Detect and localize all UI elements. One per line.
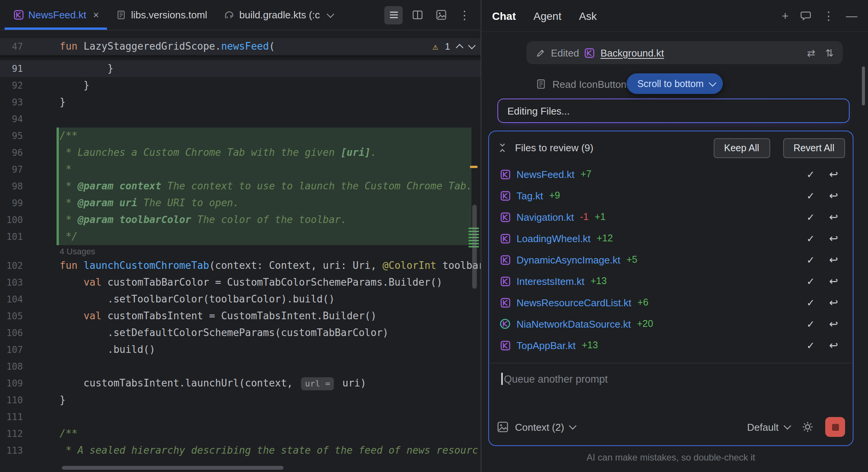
- diff-icon[interactable]: ⇄: [807, 47, 815, 58]
- file-review-row[interactable]: LoadingWheel.kt+12✓↩: [497, 228, 845, 249]
- code-line[interactable]: 113 * A sealed hierarchy describing the …: [0, 442, 481, 459]
- file-review-row[interactable]: NewsResourceCardList.kt+6✓↩: [497, 292, 845, 313]
- accept-file-icon[interactable]: ✓: [802, 211, 819, 223]
- file-review-row[interactable]: DynamicAsyncImage.kt+5✓↩: [497, 249, 845, 270]
- revert-file-icon[interactable]: ↩: [825, 211, 842, 223]
- chevron-down-icon[interactable]: [326, 10, 334, 18]
- editor-tab-build-gradle[interactable]: build.gradle.kts (:c: [215, 0, 341, 30]
- revert-file-icon[interactable]: ↩: [825, 339, 842, 351]
- attach-image-icon[interactable]: [497, 421, 509, 433]
- tab-chat[interactable]: Chat: [492, 10, 516, 22]
- code-line[interactable]: 97 *: [0, 161, 481, 178]
- code-line[interactable]: 102fun launchCustomChromeTab(context: Co…: [0, 257, 481, 274]
- revert-file-icon[interactable]: ↩: [825, 254, 842, 266]
- code-line[interactable]: 96 * Launches a Custom Chrome Tab with t…: [0, 144, 481, 161]
- warning-icon[interactable]: ⚠: [432, 38, 438, 55]
- vertical-scrollbar[interactable]: [472, 205, 477, 289]
- new-chat-icon[interactable]: +: [782, 10, 789, 21]
- revert-all-button[interactable]: Revert All: [783, 138, 845, 158]
- collapse-icon[interactable]: [497, 142, 508, 154]
- edited-file-link[interactable]: Background.kt: [601, 47, 664, 58]
- code-line[interactable]: 112/**: [0, 425, 481, 442]
- code-line[interactable]: 99 * @param uri The URI to open.: [0, 195, 481, 212]
- code-line[interactable]: 93}: [0, 94, 481, 111]
- revert-file-icon[interactable]: ↩: [825, 296, 842, 309]
- file-review-row[interactable]: Tag.kt+9✓↩: [497, 185, 845, 206]
- accept-file-icon[interactable]: ✓: [802, 275, 819, 287]
- code-line[interactable]: 110}: [0, 392, 481, 409]
- code-line[interactable]: 108: [0, 358, 481, 375]
- accept-file-icon[interactable]: ✓: [802, 339, 819, 351]
- context-button[interactable]: Context (2): [515, 421, 564, 433]
- preview-image-icon[interactable]: [432, 6, 450, 24]
- panel-options-icon[interactable]: ⋮: [823, 10, 834, 21]
- file-review-row[interactable]: Navigation.kt-1+1✓↩: [497, 206, 845, 228]
- split-editor-icon[interactable]: [408, 6, 426, 24]
- chat-scrollbar[interactable]: [862, 66, 865, 105]
- revert-file-icon[interactable]: ↩: [825, 189, 842, 202]
- file-name-link[interactable]: NiaNetworkDataSource.kt: [517, 318, 631, 330]
- code-line[interactable]: 104 .setToolbarColor(toolbarColor).build…: [0, 291, 481, 308]
- file-name-link[interactable]: InterestsItem.kt: [517, 275, 585, 287]
- accept-file-icon[interactable]: ✓: [802, 233, 819, 244]
- code-line[interactable]: 107 .build(): [0, 341, 481, 358]
- more-options-icon[interactable]: ⋮: [455, 6, 474, 24]
- chat-history-icon[interactable]: [800, 10, 811, 21]
- file-review-row[interactable]: InterestsItem.kt+13✓↩: [497, 270, 845, 292]
- stop-generation-button[interactable]: [825, 417, 845, 437]
- code-line[interactable]: 100 * @param toolbarColor The color of t…: [0, 212, 481, 228]
- editor-tab-newsfeed[interactable]: NewsFeed.kt ×: [5, 0, 107, 30]
- horizontal-scrollbar[interactable]: [62, 466, 283, 470]
- usages-hint[interactable]: 4 Usages: [0, 245, 481, 257]
- revert-file-icon[interactable]: ↩: [825, 275, 842, 287]
- prompt-input[interactable]: Queue another prompt: [501, 373, 842, 385]
- expand-icon[interactable]: ⇅: [825, 47, 834, 58]
- code-line[interactable]: 95/**: [0, 128, 481, 144]
- tab-agent[interactable]: Agent: [533, 10, 561, 22]
- prev-problem-icon[interactable]: [456, 44, 463, 52]
- tab-ask[interactable]: Ask: [579, 10, 597, 22]
- accept-file-icon[interactable]: ✓: [802, 190, 819, 201]
- code-line[interactable]: 105 val customTabsIntent = CustomTabsInt…: [0, 308, 481, 325]
- chevron-down-icon[interactable]: [569, 422, 577, 430]
- code-line[interactable]: 111: [0, 409, 481, 425]
- close-tab-icon[interactable]: ×: [93, 9, 99, 21]
- file-name-link[interactable]: TopAppBar.kt: [517, 339, 576, 351]
- edited-file-card[interactable]: Edited Background.kt ⇄ ⇅: [526, 41, 843, 64]
- code-line[interactable]: 91 }: [0, 60, 481, 77]
- accept-file-icon[interactable]: ✓: [802, 318, 819, 330]
- file-review-row[interactable]: NiaNetworkDataSource.kt+20✓↩: [497, 313, 845, 335]
- scroll-to-bottom-button[interactable]: Scroll to bottom: [627, 73, 723, 94]
- file-review-row[interactable]: NewsFeed.kt+7✓↩: [497, 163, 845, 185]
- file-name-link[interactable]: Navigation.kt: [517, 211, 574, 223]
- code-line[interactable]: 92 }: [0, 77, 481, 94]
- revert-file-icon[interactable]: ↩: [825, 318, 842, 330]
- code-line[interactable]: 106 .setDefaultColorSchemeParams(customT…: [0, 325, 481, 341]
- sticky-code-header[interactable]: 47 fun LazyStaggeredGridScope.newsFeed( …: [0, 38, 481, 56]
- chevron-down-icon[interactable]: [784, 422, 791, 430]
- keep-all-button[interactable]: Keep All: [713, 138, 770, 158]
- code-line[interactable]: 109 customTabsIntent.launchUrl(context, …: [0, 375, 481, 392]
- code-line[interactable]: 103 val customTabBarColor = CustomTabCol…: [0, 274, 481, 291]
- accept-file-icon[interactable]: ✓: [802, 297, 819, 308]
- file-name-link[interactable]: NewsFeed.kt: [517, 168, 575, 180]
- accept-file-icon[interactable]: ✓: [802, 168, 819, 180]
- read-file-row[interactable]: Read IconButton.kt: [536, 77, 637, 91]
- editor-tab-libs-versions[interactable]: libs.versions.toml: [107, 0, 215, 30]
- code-line[interactable]: 101 */: [0, 228, 481, 245]
- hide-panel-icon[interactable]: —: [846, 10, 857, 21]
- list-view-icon[interactable]: [384, 6, 403, 24]
- revert-file-icon[interactable]: ↩: [825, 168, 842, 180]
- model-selector[interactable]: Default: [747, 421, 779, 433]
- code-line[interactable]: 98 * @param context The context to use t…: [0, 178, 481, 195]
- settings-gear-icon[interactable]: [802, 421, 814, 433]
- file-name-link[interactable]: LoadingWheel.kt: [517, 233, 591, 244]
- code-area[interactable]: 91 }92 }93}9495/**96 * Launches a Custom…: [0, 56, 481, 472]
- next-problem-icon[interactable]: [468, 42, 476, 49]
- revert-file-icon[interactable]: ↩: [825, 232, 842, 244]
- code-line[interactable]: 94: [0, 111, 481, 128]
- file-name-link[interactable]: DynamicAsyncImage.kt: [517, 254, 620, 265]
- accept-file-icon[interactable]: ✓: [802, 254, 819, 265]
- file-name-link[interactable]: NewsResourceCardList.kt: [517, 297, 632, 308]
- file-review-row[interactable]: TopAppBar.kt+13✓↩: [497, 335, 845, 356]
